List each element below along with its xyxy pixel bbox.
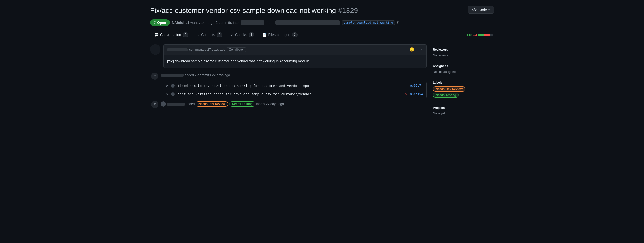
timeline-labels-content: added Needs Dev Review Needs Testing lab… [161, 100, 427, 107]
sidebar-label-dev-review[interactable]: Needs Dev Review [433, 86, 465, 92]
code-button-label: Code [479, 8, 487, 12]
copy-icon[interactable]: ⎘ [397, 21, 399, 25]
tab-checks-count: 1 [249, 32, 254, 37]
tab-commits-count: 2 [217, 32, 222, 37]
commit-1-avatar [171, 84, 175, 88]
comment-block: commented 27 days ago Contributor 🙂 ··· … [150, 44, 427, 68]
main-layout: commented 27 days ago Contributor 🙂 ··· … [150, 40, 494, 119]
commits-icon: ⊙ [196, 33, 200, 37]
tab-commits[interactable]: ⊙ Commits 2 [192, 30, 226, 40]
tab-checks[interactable]: ✓ Checks 1 [226, 30, 258, 40]
timeline-commits-action: added [185, 73, 195, 77]
commit-list: –⊙– fixed sample csv download not workin… [160, 82, 427, 98]
comment-actions: 🙂 ··· [408, 47, 423, 53]
timeline-commits-time: 27 days ago [212, 73, 230, 77]
sidebar-labels-title: Labels [433, 81, 494, 84]
sidebar-assignees-empty: No one assigned [433, 70, 494, 74]
sidebar-reviewers-empty: No reviews [433, 54, 494, 57]
sidebar-assignees-title: Assignees [433, 64, 494, 68]
comment-body-text: download sample csv for customer and ven… [175, 59, 310, 63]
timeline-labels-action: added [186, 102, 196, 106]
commit-1-hash[interactable]: eb09e7f [410, 84, 423, 88]
diff-minus: −4 [473, 33, 477, 37]
label-needs-testing-pill: Needs Testing [229, 101, 255, 107]
checks-icon: ✓ [231, 33, 234, 37]
tab-files-changed[interactable]: 📄 Files changed 2 [258, 30, 302, 40]
meta-wants-to-merge: wants to merge [190, 21, 215, 25]
commit-2-fail-icon: ✕ [405, 92, 408, 96]
commit-2-message: sent and verified nonce for download sam… [178, 92, 402, 96]
source-branch-prefix: NAbdulla1/fix-customer-vendor-csv [275, 20, 340, 25]
sidebar-label-needs-testing[interactable]: Needs Testing [433, 93, 459, 98]
commit-2-dot: –⊙– [164, 92, 175, 96]
diff-block-1 [478, 34, 481, 36]
comment-header-left: commented 27 days ago Contributor [167, 47, 246, 52]
tabs-bar: 💬 Conversation 0 ⊙ Commits 2 ✓ Checks 1 … [150, 30, 494, 40]
diff-block-3 [484, 34, 487, 36]
commits-added-icon: ⊙ [151, 73, 158, 80]
comment-body: [fix] download sample csv for customer a… [164, 55, 426, 67]
commenter-avatar [150, 44, 160, 55]
meta-commits-count: 2 [216, 21, 218, 25]
timeline-commits-added: ⊙ added 2 commits 27 days ago [150, 72, 427, 80]
section-divider [150, 111, 427, 111]
content-area: commented 27 days ago Contributor 🙂 ··· … [150, 44, 427, 119]
open-badge: ⤴ Open [150, 19, 170, 26]
pr-title-text: Fix/acc customer vendor csv sample downl… [150, 7, 336, 14]
sidebar-projects-title: Projects [433, 106, 494, 110]
pr-meta: ⤴ Open NAbdulla1 wants to merge 2 commit… [150, 19, 494, 26]
git-commit-2-icon: –⊙– [164, 92, 170, 96]
emoji-reaction-button[interactable]: 🙂 [408, 47, 416, 53]
commit-2-hash[interactable]: 88cd154 [410, 92, 423, 96]
diff-block-4 [487, 34, 490, 36]
open-label: Open [157, 21, 166, 25]
files-changed-icon: 📄 [262, 33, 267, 37]
diff-block-5 [490, 34, 493, 36]
contributor-badge: Contributor [227, 47, 246, 52]
commit-1-right: eb09e7f [410, 84, 423, 88]
sidebar-projects: Projects None yet [433, 102, 494, 119]
comment-container: commented 27 days ago Contributor 🙂 ··· … [163, 44, 427, 68]
pr-author: NAbdulla1 wants to merge 2 commits into [172, 21, 239, 25]
diff-plus: +10 [467, 33, 472, 37]
commit-1-dot: –⊙– [164, 84, 175, 88]
sidebar-reviewers: Reviewers No reviews [433, 44, 494, 61]
sidebar-projects-empty: None yet [433, 112, 494, 115]
conversation-icon: 💬 [154, 33, 159, 37]
label-added-icon: 🏷 [151, 101, 158, 108]
label-author-avatar [161, 101, 166, 107]
author-name: NAbdulla1 [172, 21, 189, 25]
chevron-down-icon: ▾ [488, 8, 490, 12]
sidebar: Reviewers No reviews Assignees No one as… [433, 44, 494, 119]
meta-into: commits into [219, 21, 239, 25]
source-branch: sample-download-not-working [342, 20, 395, 25]
commit-row-2: –⊙– sent and verified nonce for download… [160, 90, 426, 98]
tab-conversation[interactable]: 💬 Conversation 0 [150, 30, 192, 40]
target-branch: base-branch [241, 20, 264, 25]
diff-blocks [478, 34, 493, 36]
commit-row-1: –⊙– fixed sample csv download not workin… [160, 82, 426, 90]
pr-number: #1329 [338, 7, 358, 14]
timeline-labels-time: labels [256, 102, 266, 106]
commit-1-message: fixed sample csv download not working fo… [178, 84, 407, 88]
pr-title: Fix/acc customer vendor csv sample downl… [150, 6, 358, 15]
sidebar-reviewers-title: Reviewers [433, 48, 494, 51]
sidebar-labels-list: Needs Dev Review Needs Testing [433, 86, 494, 99]
tab-conversation-label: Conversation [160, 33, 181, 37]
timeline-commits-author [161, 74, 184, 77]
more-options-button[interactable]: ··· [418, 47, 423, 53]
comment-time: commented 27 days ago [189, 48, 225, 51]
tabs-left: 💬 Conversation 0 ⊙ Commits 2 ✓ Checks 1 … [150, 30, 302, 40]
timeline-labels-added: 🏷 added Needs Dev Review Needs Testing l… [150, 100, 427, 108]
tab-commits-label: Commits [201, 33, 215, 37]
tab-files-count: 2 [292, 32, 298, 37]
code-icon: </> [472, 8, 477, 12]
tab-checks-label: Checks [235, 33, 247, 37]
commit-2-right: ✕ 88cd154 [405, 92, 423, 96]
comment-author-name [167, 48, 188, 51]
diff-block-2 [481, 34, 484, 36]
commit-2-avatar [171, 92, 175, 96]
code-button[interactable]: </> Code ▾ [468, 6, 494, 14]
comment-fix-tag: [fix] [167, 59, 174, 63]
diff-indicator: +10 −4 [467, 33, 494, 37]
